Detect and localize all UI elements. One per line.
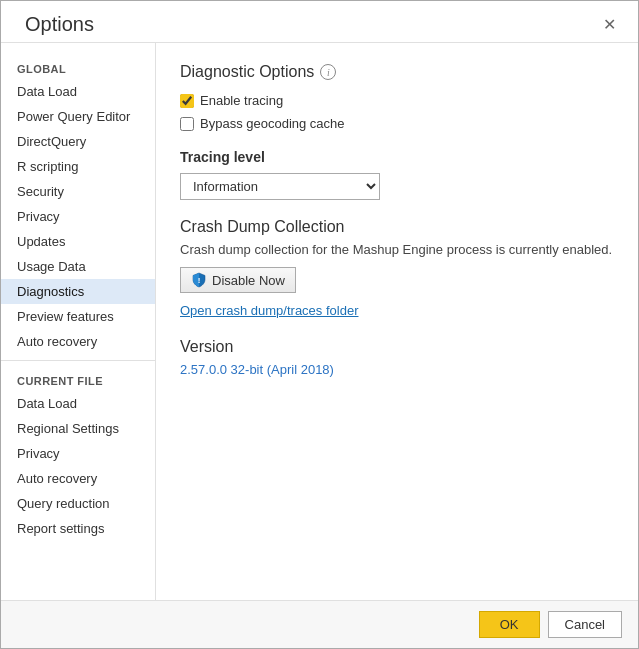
dialog-footer: OK Cancel (1, 600, 638, 648)
title-bar: Options ✕ (1, 1, 638, 42)
ok-button[interactable]: OK (479, 611, 540, 638)
dialog-body: GLOBAL Data Load Power Query Editor Dire… (1, 42, 638, 600)
bypass-geocoding-label[interactable]: Bypass geocoding cache (200, 116, 345, 131)
enable-tracing-checkbox[interactable] (180, 94, 194, 108)
sidebar-item-cf-privacy[interactable]: Privacy (1, 441, 155, 466)
tracing-level-title: Tracing level (180, 149, 614, 165)
sidebar-item-privacy[interactable]: Privacy (1, 204, 155, 229)
sidebar-item-updates[interactable]: Updates (1, 229, 155, 254)
sidebar-item-cf-report-settings[interactable]: Report settings (1, 516, 155, 541)
version-section: Version 2.57.0.0 32-bit (April 2018) (180, 338, 614, 377)
enable-tracing-label[interactable]: Enable tracing (200, 93, 283, 108)
disable-now-button[interactable]: ! Disable Now (180, 267, 296, 293)
open-crash-dump-link[interactable]: Open crash dump/traces folder (180, 303, 614, 318)
sidebar-item-cf-auto-recovery[interactable]: Auto recovery (1, 466, 155, 491)
sidebar-item-cf-query-reduction[interactable]: Query reduction (1, 491, 155, 516)
sidebar-item-r-scripting[interactable]: R scripting (1, 154, 155, 179)
crash-dump-title: Crash Dump Collection (180, 218, 614, 236)
sidebar-item-data-load[interactable]: Data Load (1, 79, 155, 104)
bypass-geocoding-row: Bypass geocoding cache (180, 116, 614, 131)
sidebar: GLOBAL Data Load Power Query Editor Dire… (1, 43, 156, 600)
version-title: Version (180, 338, 614, 356)
svg-text:!: ! (198, 276, 201, 285)
enable-tracing-row: Enable tracing (180, 93, 614, 108)
sidebar-item-security[interactable]: Security (1, 179, 155, 204)
sidebar-item-direct-query[interactable]: DirectQuery (1, 129, 155, 154)
crash-dump-desc: Crash dump collection for the Mashup Eng… (180, 242, 614, 257)
dialog-title: Options (25, 13, 94, 36)
sidebar-item-preview-features[interactable]: Preview features (1, 304, 155, 329)
info-icon: i (320, 64, 336, 80)
bypass-geocoding-checkbox[interactable] (180, 117, 194, 131)
current-file-section-label: CURRENT FILE (1, 367, 155, 391)
options-dialog: Options ✕ GLOBAL Data Load Power Query E… (0, 0, 639, 649)
main-content: Diagnostic Options i Enable tracing Bypa… (156, 43, 638, 600)
close-button[interactable]: ✕ (597, 11, 622, 38)
version-value: 2.57.0.0 32-bit (April 2018) (180, 362, 614, 377)
sidebar-item-cf-regional-settings[interactable]: Regional Settings (1, 416, 155, 441)
sidebar-item-power-query-editor[interactable]: Power Query Editor (1, 104, 155, 129)
crash-dump-section: Crash Dump Collection Crash dump collect… (180, 218, 614, 318)
global-section-label: GLOBAL (1, 55, 155, 79)
sidebar-item-usage-data[interactable]: Usage Data (1, 254, 155, 279)
cancel-button[interactable]: Cancel (548, 611, 622, 638)
shield-icon: ! (191, 272, 207, 288)
sidebar-item-cf-data-load[interactable]: Data Load (1, 391, 155, 416)
sidebar-item-diagnostics[interactable]: Diagnostics (1, 279, 155, 304)
sidebar-item-auto-recovery[interactable]: Auto recovery (1, 329, 155, 354)
diagnostic-section-title: Diagnostic Options i (180, 63, 614, 81)
tracing-level-select[interactable]: Information Verbose Warning Error (180, 173, 380, 200)
